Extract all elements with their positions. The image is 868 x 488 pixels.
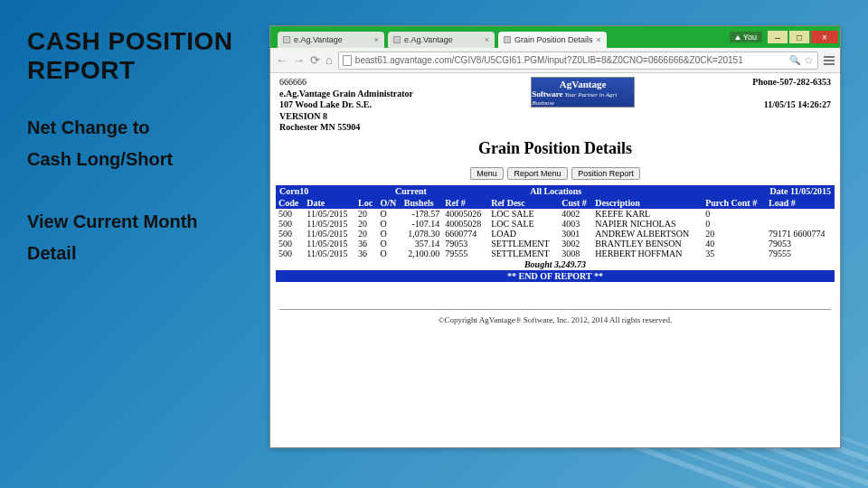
tab-label: Grain Position Details xyxy=(514,35,593,44)
table-cell: 36 xyxy=(355,249,377,258)
table-cell: 3002 xyxy=(559,239,592,249)
table-cell: NAPIER NICHOLAS xyxy=(592,219,703,229)
table-cell: 500 xyxy=(276,219,304,229)
maximize-button[interactable]: □ xyxy=(789,31,809,43)
grid-all-locations: All Locations xyxy=(530,186,581,196)
close-tab-icon[interactable]: × xyxy=(485,35,489,44)
table-cell: 6600774 xyxy=(442,229,488,239)
grid-commodity: Corn10 xyxy=(276,185,392,197)
table-cell: 11/05/2015 xyxy=(304,229,355,239)
table-cell: 4002 xyxy=(559,209,592,219)
phone-number: Phone-507-282-6353 xyxy=(752,77,831,87)
table-cell: 20 xyxy=(703,229,766,239)
company-version: VERSION 8 xyxy=(279,111,413,123)
table-cell: 20 xyxy=(355,229,377,239)
column-header: Load # xyxy=(766,197,835,209)
table-cell: -107.14 xyxy=(401,219,442,229)
table-cell: 11/05/2015 xyxy=(304,219,355,229)
url-bar[interactable]: beast61.agvantage.com/CGIV8/U5CGI61.PGM/… xyxy=(338,52,818,70)
minimize-button[interactable]: – xyxy=(768,31,788,43)
column-header: Ref Desc xyxy=(488,197,559,209)
slide-bullet: Detail xyxy=(27,243,262,264)
table-row: 50011/05/201536O357.1479053SETTLEMENT300… xyxy=(276,239,835,249)
browser-tab[interactable]: e.Ag.Vantage × xyxy=(388,32,495,48)
page-icon xyxy=(343,55,352,66)
table-cell xyxy=(766,219,835,229)
close-tab-icon[interactable]: × xyxy=(597,35,601,44)
table-cell: BRANTLEY BENSON xyxy=(592,239,703,249)
timestamp: 11/05/15 14:26:27 xyxy=(752,99,831,109)
page-title: Grain Position Details xyxy=(270,139,840,158)
table-cell: 35 xyxy=(703,249,766,258)
contact-block: Phone-507-282-6353 11/05/15 14:26:27 xyxy=(752,77,831,134)
close-tab-icon[interactable]: × xyxy=(374,35,379,44)
table-cell: 40005026 xyxy=(442,209,488,219)
end-of-report-bar: ** END OF REPORT ** xyxy=(276,270,835,282)
divider xyxy=(279,309,831,310)
report-grid: Corn10 Current All Locations Date 11/05/… xyxy=(276,185,835,282)
copyright-text: ©Copyright AgVantage® Software, Inc. 201… xyxy=(270,315,840,324)
table-row: 50011/05/201520O-107.1440005028LOC SALE4… xyxy=(276,219,835,229)
column-header: Purch Cont # xyxy=(703,197,766,209)
hamburger-menu-icon[interactable] xyxy=(824,56,835,65)
table-cell: O xyxy=(377,229,401,239)
tab-strip: e.Ag.Vantage × e.Ag.Vantage × Grain Posi… xyxy=(270,26,607,48)
table-cell: 20 xyxy=(355,209,377,219)
home-button[interactable]: ⌂ xyxy=(326,53,333,67)
table-cell: 3008 xyxy=(559,249,592,258)
table-cell: 11/05/2015 xyxy=(304,249,355,258)
table-cell: 0 xyxy=(703,209,766,219)
table-cell: 500 xyxy=(276,239,304,249)
search-icon[interactable]: 🔍 xyxy=(789,55,800,65)
table-cell: 79555 xyxy=(442,249,488,258)
favicon-icon xyxy=(393,36,401,43)
forward-button[interactable]: → xyxy=(293,53,305,67)
browser-toolbar: ← → ⟳ ⌂ beast61.agvantage.com/CGIV8/U5CG… xyxy=(270,48,840,73)
bookmark-star-icon[interactable]: ☆ xyxy=(804,54,814,67)
back-button[interactable]: ← xyxy=(276,53,288,67)
table-cell: 3001 xyxy=(559,229,592,239)
slide-title: CASH POSITION REPORT xyxy=(27,27,262,85)
agvantage-logo: AgVantage Software Your Partner in Agri … xyxy=(531,77,635,108)
table-cell: SETTLEMENT xyxy=(488,239,559,249)
column-header: O/N xyxy=(377,197,401,209)
slide-title-line1: CASH POSITION xyxy=(27,27,232,55)
table-cell: 500 xyxy=(276,229,304,239)
table-cell: 79171 6600774 xyxy=(766,229,835,239)
report-menu-button[interactable]: Report Menu xyxy=(507,167,567,180)
browser-tab[interactable]: Grain Position Details × xyxy=(498,32,607,48)
table-cell: 2,100.00 xyxy=(401,249,442,258)
browser-titlebar: e.Ag.Vantage × e.Ag.Vantage × Grain Posi… xyxy=(270,26,840,48)
column-header: Description xyxy=(592,197,703,209)
page-content: 666666 e.Ag.Vantage Grain Administrator … xyxy=(270,73,840,447)
table-cell: O xyxy=(377,249,401,258)
tab-label: e.Ag.Vantage xyxy=(404,35,453,44)
grid-header-bar: Corn10 Current All Locations Date 11/05/… xyxy=(276,185,835,197)
table-cell xyxy=(766,209,835,219)
favicon-icon xyxy=(504,36,511,43)
logo-line1: AgVantage xyxy=(560,79,607,89)
menu-button[interactable]: Menu xyxy=(470,167,504,180)
table-cell: 0 xyxy=(703,219,766,229)
company-city: Rochester MN 55904 xyxy=(279,122,413,134)
url-text: beast61.agvantage.com/CGIV8/U5CGI61.PGM/… xyxy=(355,55,786,65)
slide-bullet: Net Change to xyxy=(27,117,262,138)
table-cell: 20 xyxy=(355,219,377,229)
table-cell: HERBERT HOFFMAN xyxy=(592,249,703,258)
browser-tab[interactable]: e.Ag.Vantage × xyxy=(278,32,384,48)
position-report-button[interactable]: Position Report xyxy=(571,167,640,180)
table-cell: 11/05/2015 xyxy=(304,209,355,219)
table-cell: 500 xyxy=(276,249,304,258)
reload-button[interactable]: ⟳ xyxy=(310,53,320,67)
tab-label: e.Ag.Vantage xyxy=(294,35,343,44)
profile-badge[interactable]: You xyxy=(730,32,762,42)
table-cell: 79053 xyxy=(442,239,488,249)
table-cell: SETTLEMENT xyxy=(488,249,559,258)
table-cell: 11/05/2015 xyxy=(304,239,355,249)
slide-text-panel: CASH POSITION REPORT Net Change to Cash … xyxy=(27,27,262,264)
close-window-button[interactable]: × xyxy=(811,31,838,43)
triangle-icon xyxy=(735,35,741,40)
logo-line2: Software xyxy=(532,89,562,99)
table-cell: KEEFE KARL xyxy=(592,209,703,219)
table-cell: LOC SALE xyxy=(488,209,559,219)
